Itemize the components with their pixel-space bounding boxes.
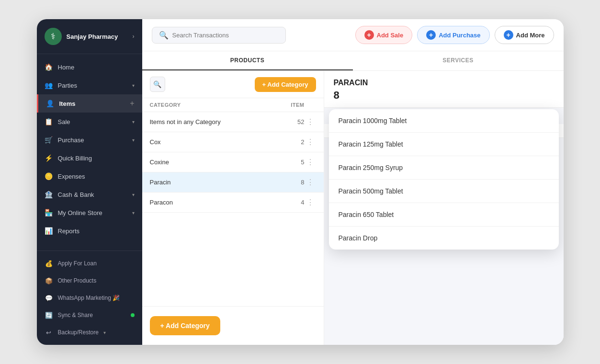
list-item[interactable]: Paracin 125mg Tablet [329, 133, 559, 156]
add-category-top-button[interactable]: + Add Category [255, 77, 316, 92]
footer-item-label: Sync & Share [58, 312, 93, 318]
search-box[interactable]: 🔍 [152, 27, 286, 44]
add-category-bottom-label: + Add Category [160, 322, 210, 330]
expenses-icon: 🪙 [45, 172, 53, 181]
sidebar-item-apply-loan[interactable]: 💰 Apply For Loan [37, 255, 142, 272]
sidebar-footer: 💰 Apply For Loan 📦 Other Products 💬 What… [37, 250, 142, 345]
list-item[interactable]: Paracin 500mg Tablet [329, 180, 559, 203]
search-icon: 🔍 [159, 31, 169, 40]
sidebar-item-label: My Online Store [58, 209, 127, 216]
chevron-down-icon: ▾ [132, 83, 135, 88]
add-category-top-label: + Add Category [262, 81, 308, 88]
sidebar-item-label: Home [58, 64, 135, 71]
category-menu-icon[interactable]: ⋮ [305, 178, 316, 187]
app-container: ⚕ Sanjay Pharmacy › 🏠 Home 👥 Parties ▾ 👤… [37, 19, 564, 345]
chevron-down-icon: ▾ [103, 330, 106, 335]
footer-item-label: Backup/Restore [58, 329, 99, 336]
sidebar-item-reports[interactable]: 📊 Reports [37, 222, 142, 240]
search-input[interactable] [172, 32, 279, 39]
items-icon: 👤 [46, 99, 55, 108]
sidebar-item-purchase[interactable]: 🛒 Purchase ▾ [37, 131, 142, 149]
sidebar-item-my-online-store[interactable]: 🏪 My Online Store ▾ [37, 204, 142, 222]
brand-chevron: › [133, 33, 135, 40]
sale-icon: 📋 [45, 117, 53, 126]
category-search-button[interactable]: 🔍 [150, 77, 165, 92]
products-icon: 📦 [45, 276, 53, 285]
category-menu-icon[interactable]: ⋮ [305, 198, 316, 207]
footer-item-label: Other Products [58, 277, 97, 284]
store-icon: 🏪 [45, 208, 53, 217]
add-sale-label: Add Sale [377, 32, 404, 39]
category-count: 2 [276, 138, 305, 146]
category-toolbar: 🔍 + Add Category [142, 71, 324, 98]
item-count: 8 [334, 89, 554, 102]
sidebar-item-items[interactable]: 👤 Items + [37, 94, 142, 113]
add-purchase-plus-icon: + [426, 30, 436, 40]
sidebar-brand[interactable]: ⚕ Sanjay Pharmacy › [37, 19, 142, 54]
content-area: 🔍 + Add Category CATEGORY ITEM Items not… [142, 71, 564, 345]
footer-item-label: WhatsApp Marketing 🎉 [58, 295, 120, 301]
sidebar-item-label: Quick Billing [58, 155, 135, 162]
add-more-plus-icon: + [504, 30, 513, 40]
category-name: Coxine [150, 159, 276, 166]
add-item-icon[interactable]: + [130, 99, 134, 108]
category-name: Items not in any Category [150, 118, 276, 125]
add-category-bottom-button[interactable]: + Add Category [150, 316, 220, 335]
category-menu-icon[interactable]: ⋮ [305, 137, 316, 147]
table-row[interactable]: Paracin 8 ⋮ [142, 172, 324, 193]
tab-products[interactable]: PRODUCTS [142, 51, 353, 70]
category-panel: 🔍 + Add Category CATEGORY ITEM Items not… [142, 71, 324, 345]
list-item[interactable]: Paracin 1000mg Tablet [329, 109, 559, 133]
sidebar-item-parties[interactable]: 👥 Parties ▾ [37, 76, 142, 94]
tab-services[interactable]: SERVICES [353, 51, 564, 70]
column-header-category: CATEGORY [150, 102, 276, 108]
sidebar-item-label: Cash & Bank [58, 191, 127, 198]
add-purchase-button[interactable]: + Add Purchase [417, 26, 489, 44]
sidebar-item-sale[interactable]: 📋 Sale ▾ [37, 113, 142, 131]
sidebar-item-quick-billing[interactable]: ⚡ Quick Billing [37, 149, 142, 167]
main-area: 🔍 + Add Sale + Add Purchase + Add More [142, 19, 564, 345]
item-title: PARACIN [334, 79, 554, 87]
sidebar-item-other-products[interactable]: 📦 Other Products [37, 272, 142, 289]
sidebar-item-label: Purchase [58, 136, 127, 144]
add-sale-button[interactable]: + Add Sale [355, 26, 413, 44]
chevron-down-icon: ▾ [132, 137, 135, 143]
parties-icon: 👥 [45, 81, 53, 90]
backup-icon: ↩ [45, 328, 53, 337]
category-menu-icon[interactable]: ⋮ [305, 158, 316, 167]
sidebar-item-backup-restore[interactable]: ↩ Backup/Restore ▾ [37, 324, 142, 341]
category-menu-icon[interactable]: ⋮ [305, 117, 316, 126]
sync-icon: 🔄 [45, 311, 53, 319]
purchase-icon: 🛒 [45, 136, 53, 144]
sidebar-item-expenses[interactable]: 🪙 Expenses [37, 167, 142, 185]
sidebar-item-whatsapp-marketing[interactable]: 💬 WhatsApp Marketing 🎉 [37, 289, 142, 307]
category-table-header: CATEGORY ITEM [142, 98, 324, 112]
home-icon: 🏠 [45, 63, 53, 71]
list-item[interactable]: Paracin 650 Tablet [329, 203, 559, 227]
list-item[interactable]: Paracin 250mg Syrup [329, 156, 559, 180]
table-row[interactable]: Cox 2 ⋮ [142, 132, 324, 152]
chevron-down-icon: ▾ [132, 119, 135, 125]
table-row[interactable]: Items not in any Category 52 ⋮ [142, 112, 324, 132]
add-sale-plus-icon: + [364, 30, 374, 40]
category-name: Paracon [150, 199, 276, 206]
chevron-down-icon: ▾ [132, 192, 135, 197]
table-row[interactable]: Paracon 4 ⋮ [142, 193, 324, 213]
item-detail-panel: PARACIN 8 ITEMS NAME Paracin 1000mg Tabl… [324, 71, 564, 345]
category-name: Cox [150, 138, 276, 146]
sidebar-item-sync-share[interactable]: 🔄 Sync & Share [37, 307, 142, 324]
items-dropdown-popup: Paracin 1000mg Tablet Paracin 125mg Tabl… [329, 109, 559, 250]
reports-icon: 📊 [45, 227, 53, 235]
add-category-bottom: + Add Category [142, 306, 324, 345]
loan-icon: 💰 [45, 259, 53, 268]
sidebar-item-home[interactable]: 🏠 Home [37, 58, 142, 76]
sidebar-item-label: Parties [58, 82, 127, 89]
sidebar-nav: 🏠 Home 👥 Parties ▾ 👤 Items + 📋 Sale ▾ 🛒 … [37, 54, 142, 250]
item-header: PARACIN 8 [324, 71, 564, 108]
cash-bank-icon: 🏦 [45, 190, 53, 199]
add-more-button[interactable]: + Add More [495, 26, 554, 44]
list-item[interactable]: Paracin Drop [329, 227, 559, 250]
sidebar-item-cash-bank[interactable]: 🏦 Cash & Bank ▾ [37, 185, 142, 204]
table-row[interactable]: Coxine 5 ⋮ [142, 152, 324, 172]
sidebar-item-label: Sale [58, 118, 127, 125]
